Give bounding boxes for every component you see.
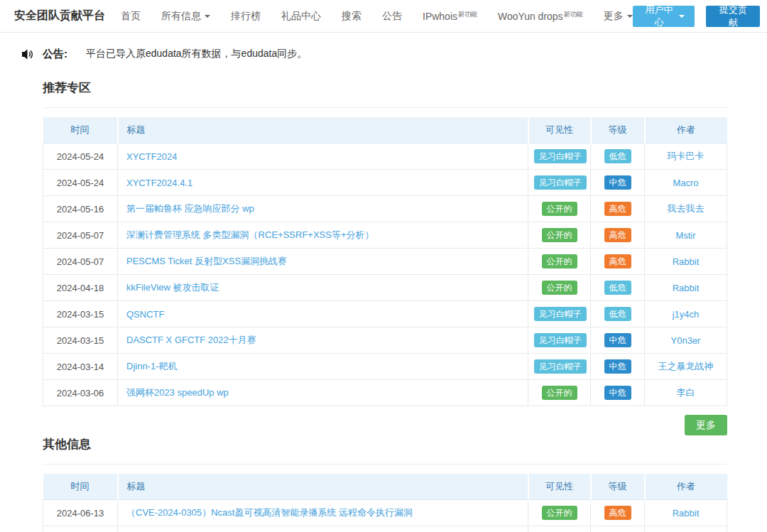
column-header: 等级 xyxy=(591,117,645,143)
visibility-badge: 公开的 xyxy=(542,228,577,242)
nav-item-gift-center[interactable]: 礼品中心 xyxy=(281,10,321,23)
nav-item-wooyun-drops[interactable]: WooYun drops新功能 xyxy=(498,11,583,22)
nav-item-label: IPwhois xyxy=(423,11,457,22)
author-link[interactable]: Rabbit xyxy=(673,256,700,267)
column-header: 等级 xyxy=(591,474,645,500)
row-visibility-cell: 公开的 xyxy=(528,275,591,301)
severity-badge: 低危 xyxy=(604,149,631,163)
entry-title-link[interactable]: （CVE-2024-0305）Ncast盈可视高清智能录播系统 远程命令执行漏洞 xyxy=(126,507,413,518)
nav-item-label: 更多 xyxy=(604,10,624,23)
table-header-row: 时间标题可见性等级作者 xyxy=(43,474,727,500)
row-title-cell: 第一届帕鲁杯 应急响应部分 wp xyxy=(118,196,528,222)
severity-badge: 中危 xyxy=(604,175,631,190)
nav-item-label: 公告 xyxy=(382,10,402,23)
new-feature-superscript: 新功能 xyxy=(564,11,583,18)
table-row: 2024-03-06强网杯2023 speedUp wp公开的中危李白 xyxy=(43,380,727,406)
author-link[interactable]: 李白 xyxy=(677,387,695,398)
table-row: 2024-05-24XYCTF2024.4.1见习白帽子中危Macro xyxy=(43,170,727,196)
author-link[interactable]: Macro xyxy=(673,178,698,188)
column-header: 作者 xyxy=(645,474,727,500)
table-row: 2024-06-13海康威视综合安防管理平台 keepAlive 远程代码执行漏… xyxy=(43,526,727,532)
row-author-cell: 我去我去 xyxy=(645,196,727,222)
row-date: 2024-05-24 xyxy=(43,170,118,196)
nav-item-label: 搜索 xyxy=(342,10,361,23)
row-author-cell: Rabbit xyxy=(645,275,727,301)
table-row: 2024-03-15QSNCTF见习白帽子低危j1y4ch xyxy=(43,301,727,327)
nav-item-home[interactable]: 首页 xyxy=(121,10,141,23)
row-author-cell: j1y4ch xyxy=(645,301,727,327)
nav-item-more[interactable]: 更多 xyxy=(604,10,633,23)
table-row: 2024-05-24XYCTF2024见习白帽子低危玛卡巴卡 xyxy=(43,143,727,170)
row-date: 2024-06-13 xyxy=(43,500,118,526)
visibility-badge: 见习白帽子 xyxy=(534,175,587,190)
user-center-label: 用户中心 xyxy=(643,4,676,29)
row-severity-cell: 高危 xyxy=(591,500,645,526)
severity-badge: 中危 xyxy=(604,386,631,400)
entry-title-link[interactable]: 第一届帕鲁杯 应急响应部分 wp xyxy=(126,203,254,214)
nav-item-announcement[interactable]: 公告 xyxy=(382,10,402,23)
entry-title-link[interactable]: Djinn-1-靶机 xyxy=(126,361,178,371)
row-title-cell: DASCTF X GFCTF 2022十月赛 xyxy=(118,327,528,354)
entry-title-link[interactable]: XYCTF2024 xyxy=(126,151,178,162)
severity-badge: 低危 xyxy=(604,281,631,295)
severity-badge: 高危 xyxy=(604,506,631,520)
nav-item-label: WooYun drops xyxy=(498,11,563,22)
entry-title-link[interactable]: XYCTF2024.4.1 xyxy=(126,178,192,188)
more-button[interactable]: 更多 xyxy=(685,415,727,435)
table-row: 2024-04-18kkFileView 被攻击取证公开的低危Rabbit xyxy=(43,275,727,301)
author-link[interactable]: 玛卡巴卡 xyxy=(668,151,705,161)
author-link[interactable]: 王之暴龙战神 xyxy=(658,361,714,371)
column-header: 标题 xyxy=(118,117,528,143)
nav-item-ranking[interactable]: 排行榜 xyxy=(231,10,261,23)
row-author-cell: 玛卡巴卡 xyxy=(645,143,727,170)
row-date: 2024-05-07 xyxy=(43,249,118,275)
row-author-cell: Macro xyxy=(645,170,727,196)
author-link[interactable]: Mstir xyxy=(675,230,695,241)
row-date: 2024-03-06 xyxy=(43,380,118,406)
other-info-table: 时间标题可见性等级作者 2024-06-13（CVE-2024-0305）Nca… xyxy=(43,474,727,532)
row-severity-cell: 高危 xyxy=(591,196,645,222)
nav-item-label: 首页 xyxy=(121,10,141,23)
nav-item-all-info[interactable]: 所有信息 xyxy=(161,10,210,23)
row-severity-cell: 中危 xyxy=(591,380,645,406)
row-date: 2024-05-16 xyxy=(43,196,118,222)
nav-item-label: 礼品中心 xyxy=(281,10,321,23)
row-author-cell: Rabbit xyxy=(645,500,727,526)
row-visibility-cell: 公开的 xyxy=(528,249,591,275)
row-title-cell: PESCMS Ticket 反射型XSS漏洞挑战赛 xyxy=(118,249,528,275)
row-severity-cell: 中危 xyxy=(591,170,645,196)
visibility-badge: 见习白帽子 xyxy=(534,333,587,347)
row-author-cell: Rabbit xyxy=(645,526,727,532)
author-link[interactable]: Rabbit xyxy=(673,283,700,293)
nav-item-ipwhois[interactable]: IPwhois新功能 xyxy=(423,11,477,22)
speaker-icon xyxy=(21,48,33,60)
nav-item-label: 所有信息 xyxy=(161,10,201,23)
table-row: 2024-05-07深澜计费管理系统 多类型漏洞（RCE+SSRF+XSS等+分… xyxy=(43,222,727,249)
entry-title-link[interactable]: 深澜计费管理系统 多类型漏洞（RCE+SSRF+XSS等+分析） xyxy=(126,229,374,240)
user-center-button[interactable]: 用户中心 xyxy=(633,6,695,27)
submit-contribution-button[interactable]: 提交贡献 xyxy=(706,6,760,27)
entry-title-link[interactable]: kkFileView 被攻击取证 xyxy=(126,282,219,293)
row-visibility-cell: 公开的 xyxy=(528,222,591,249)
entry-title-link[interactable]: DASCTF X GFCTF 2022十月赛 xyxy=(126,335,256,345)
nav-item-search[interactable]: 搜索 xyxy=(342,10,361,23)
announcement-bar: 公告: 平台已导入原edudata所有数据，与edudata同步。 xyxy=(21,47,767,61)
severity-badge: 低危 xyxy=(604,307,631,321)
severity-badge: 高危 xyxy=(604,202,631,216)
author-link[interactable]: j1y4ch xyxy=(673,309,700,320)
visibility-badge: 见习白帽子 xyxy=(534,149,587,163)
main-content: 推荐专区 时间标题可见性等级作者 2024-05-24XYCTF2024见习白帽… xyxy=(43,80,727,532)
announcement-label: 公告: xyxy=(43,48,67,61)
entry-title-link[interactable]: PESCMS Ticket 反射型XSS漏洞挑战赛 xyxy=(126,256,287,266)
row-date: 2024-06-13 xyxy=(43,526,118,532)
author-link[interactable]: Rabbit xyxy=(673,508,700,519)
row-author-cell: Y0n3er xyxy=(645,327,727,354)
author-link[interactable]: Y0n3er xyxy=(671,335,701,346)
entry-title-link[interactable]: QSNCTF xyxy=(126,309,164,320)
visibility-badge: 公开的 xyxy=(542,386,577,400)
visibility-badge: 见习白帽子 xyxy=(534,307,587,321)
announcement-text: 平台已导入原edudata所有数据，与edudata同步。 xyxy=(86,48,307,60)
author-link[interactable]: 我去我去 xyxy=(668,203,705,214)
entry-title-link[interactable]: 强网杯2023 speedUp wp xyxy=(126,387,229,398)
row-severity-cell: 低危 xyxy=(591,143,645,170)
